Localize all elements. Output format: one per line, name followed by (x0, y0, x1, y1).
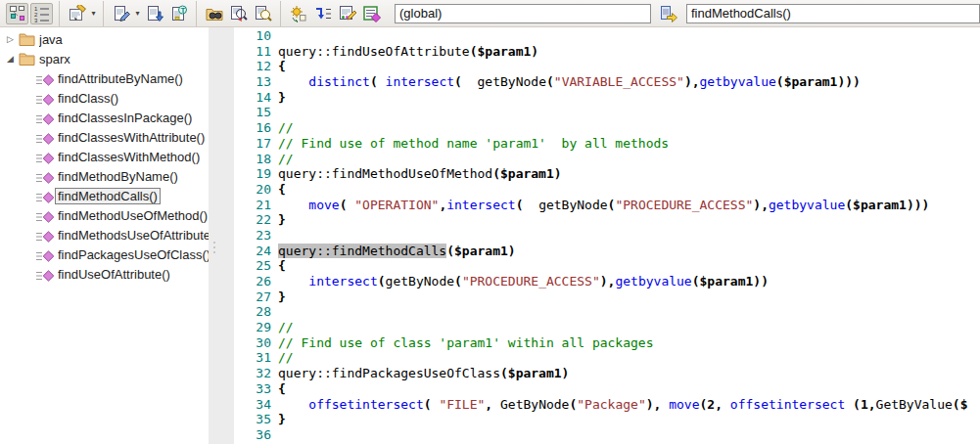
tree-item[interactable]: findClassesInPackage() (0, 108, 209, 127)
tree-folder-sparx[interactable]: ◢sparx (0, 49, 209, 68)
line-number: 35 (234, 412, 271, 427)
code-text: } (278, 289, 286, 304)
tree-item-label: findMethodUseOfMethod() (58, 208, 208, 223)
line-number: 28 (234, 304, 271, 320)
line-number: 18 (234, 152, 271, 167)
page-search-red-icon[interactable] (227, 3, 250, 24)
line-number: 24 (234, 244, 271, 259)
tree-item-label: findMethodCalls() (55, 188, 161, 204)
line-number: 14 (234, 90, 271, 106)
code-text: // Find use of method name 'param1' by a… (278, 136, 669, 151)
code-line: 30// Find use of class 'param1' within a… (234, 335, 980, 351)
code-editor[interactable]: 1011query::findUseOfAttribute($param1)12… (234, 27, 980, 444)
code-text: // (278, 120, 294, 135)
code-line: 20{ (234, 182, 980, 198)
tree-item[interactable]: findMethodByName() (0, 166, 209, 186)
toolbar-group: ▾ (59, 1, 101, 26)
code-text: query::findPackagesUseOfClass($param1) (278, 366, 569, 380)
tree-item[interactable]: findClass() (0, 88, 209, 108)
code-line: 36 (234, 427, 980, 443)
line-number: 12 (234, 59, 271, 74)
code-text: { (278, 59, 286, 73)
line-number: 10 (234, 28, 271, 44)
tree-item[interactable]: findClassesWithAttribute() (0, 127, 209, 147)
toolbar-group (196, 1, 278, 26)
tree-folder-java[interactable]: ▷java (0, 29, 209, 49)
code-line: 27} (234, 289, 980, 305)
code-text: { (278, 381, 286, 396)
step-into-icon[interactable] (311, 3, 334, 24)
code-line: 28 (234, 304, 980, 320)
page-tag-icon[interactable]: T (167, 3, 190, 24)
line-number: 26 (234, 274, 271, 289)
page-forward-icon[interactable] (656, 3, 681, 24)
numbered-list-icon[interactable]: 123 (30, 3, 53, 24)
code-line: 12{ (234, 59, 980, 74)
toolbar-group (280, 1, 387, 26)
line-number: 27 (234, 289, 271, 305)
tree-item-label: findClass() (58, 91, 118, 106)
code-line: 22} (234, 212, 980, 228)
code-text: distinct( intersect( getByNode("VARIABLE… (278, 74, 861, 89)
code-line: 21 move( "OPERATION",intersect( getByNod… (234, 198, 980, 213)
code-text: query::findMethodUseOfMethod($param1) (278, 166, 562, 181)
method-icon (36, 170, 55, 182)
method-icon (36, 268, 55, 280)
expanded-arrow-icon[interactable]: ◢ (4, 54, 17, 64)
method-icon (36, 72, 55, 84)
code-line: 16// (234, 120, 980, 136)
code-line: 34 offsetintersect( "FILE", GetByNode("P… (234, 397, 980, 413)
code-line: 11query::findUseOfAttribute($param1) (234, 44, 980, 60)
line-number: 13 (234, 74, 271, 90)
query-name-input[interactable] (686, 4, 980, 23)
method-icon (36, 92, 55, 104)
code-line: 23 (234, 228, 980, 244)
tree-item[interactable]: findPackagesUseOfClass() (0, 244, 209, 264)
form-edit-icon[interactable] (66, 3, 88, 24)
tree-item[interactable]: findAttributeByName() (0, 68, 209, 88)
tree-item-selected[interactable]: findMethodCalls() (0, 186, 209, 205)
toolbar-group: ▾T (103, 1, 194, 26)
tree-item[interactable]: findClassesWithMethod() (0, 147, 209, 166)
code-text: { (278, 182, 286, 197)
page-import-icon[interactable] (143, 3, 165, 24)
line-number: 29 (234, 320, 271, 335)
code-line: 29// (234, 320, 980, 335)
script-edit-icon[interactable] (336, 3, 358, 24)
splitter-grip-icon[interactable] (213, 242, 215, 256)
tree-item[interactable]: findMethodUseOfMethod() (0, 205, 209, 225)
code-text: query::findUseOfAttribute($param1) (278, 44, 538, 59)
method-icon (36, 209, 55, 221)
page-edit-icon[interactable] (110, 3, 132, 24)
run-transform-icon[interactable] (287, 3, 309, 24)
method-icon (36, 190, 55, 201)
tree-folder-label: sparx (39, 52, 70, 67)
page-search-icon[interactable] (252, 3, 274, 24)
line-number: 16 (234, 120, 271, 136)
code-line: 31// (234, 350, 980, 366)
tree-item[interactable]: findMethodsUseOfAttribute (0, 225, 209, 244)
dropdown-arrow-icon[interactable]: ▾ (133, 3, 142, 24)
code-text: } (278, 212, 286, 227)
method-icon (36, 111, 55, 123)
code-text: } (278, 412, 286, 426)
code-text: query::findMethodCalls($param1) (278, 244, 516, 258)
code-text: // (278, 320, 294, 334)
scope-input[interactable] (395, 4, 651, 23)
tree-item-label: findUseOfAttribute() (58, 267, 170, 282)
code-text: // Find use of class 'param1' within all… (278, 335, 654, 350)
folder-search-icon[interactable] (203, 3, 225, 24)
tree-editor-splitter[interactable] (209, 27, 234, 444)
tree-item[interactable]: findUseOfAttribute() (0, 264, 209, 284)
model-trace-icon[interactable] (6, 3, 28, 24)
code-line: 14} (234, 90, 980, 106)
list-diamond-icon[interactable] (360, 3, 383, 24)
svg-text:T: T (180, 6, 185, 15)
dropdown-arrow-icon[interactable]: ▾ (89, 3, 98, 24)
svg-text:3: 3 (34, 18, 38, 22)
method-icon (36, 131, 55, 143)
line-number: 36 (234, 427, 271, 443)
code-text: // (278, 152, 294, 166)
collapsed-arrow-icon[interactable]: ▷ (4, 34, 17, 44)
folder-icon (19, 52, 35, 66)
